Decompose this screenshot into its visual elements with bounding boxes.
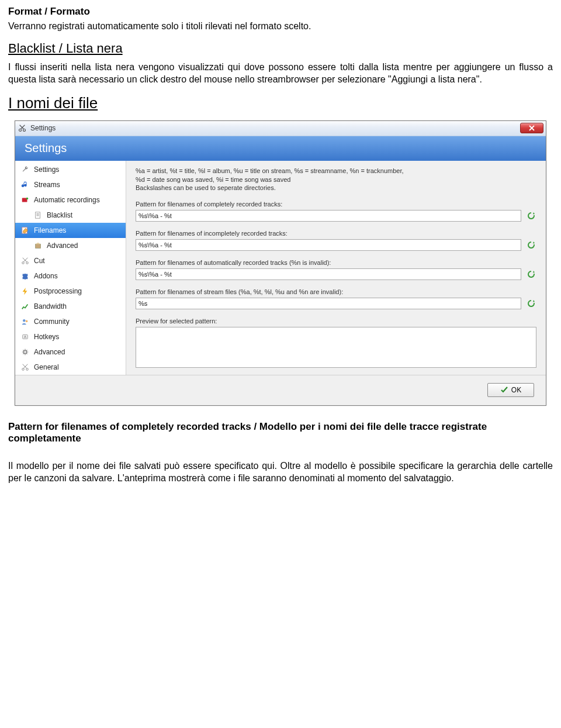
sidebar-item-label: Streams xyxy=(34,181,60,189)
svg-point-0 xyxy=(19,129,21,132)
heading-pattern-complete: Pattern for filenames of completely reco… xyxy=(8,421,553,444)
input-pattern-stream[interactable] xyxy=(136,298,521,309)
label-pattern-stream: Pattern for filenames of stream files (%… xyxy=(136,288,536,295)
sidebar-item-general[interactable]: General xyxy=(15,360,126,375)
chart-icon xyxy=(20,302,30,311)
sidebar-item-community[interactable]: Community xyxy=(15,314,126,329)
sidebar-item-label: Addons xyxy=(34,272,58,280)
sidebar-item-postprocessing[interactable]: Postprocessing xyxy=(15,284,126,299)
sidebar-item-label: Bandwidth xyxy=(34,302,67,310)
heading-filenames: I nomi dei file xyxy=(8,94,553,112)
box-icon xyxy=(33,241,43,250)
label-pattern-complete: Pattern for filenames of completely reco… xyxy=(136,201,536,208)
sidebar-item-advanced[interactable]: Advanced xyxy=(15,238,126,253)
label-pattern-auto: Pattern for filenames of automatically r… xyxy=(136,259,536,266)
sidebar-item-advanced[interactable]: Advanced xyxy=(15,344,126,360)
heading-format: Format / Formato xyxy=(8,6,553,18)
sidebar-item-label: Hotkeys xyxy=(34,333,59,341)
sidebar-item-automatic-recordings[interactable]: Automatic recordings xyxy=(15,192,126,208)
main-panel: %a = artist, %t = title, %l = album, %u … xyxy=(126,161,546,375)
sidebar-item-addons[interactable]: Addons xyxy=(15,268,126,284)
refresh-icon[interactable] xyxy=(526,240,536,250)
input-pattern-incomplete[interactable] xyxy=(136,239,521,251)
svg-point-8 xyxy=(26,262,29,264)
sidebar-item-label: Filenames xyxy=(34,226,66,234)
scissors-icon xyxy=(18,123,27,133)
sidebar-item-hotkeys[interactable]: AHotkeys xyxy=(15,329,126,344)
svg-point-9 xyxy=(23,319,25,322)
sidebar-item-label: Cut xyxy=(34,257,45,265)
puzzle-icon xyxy=(20,271,30,281)
svg-point-7 xyxy=(22,262,25,264)
window-title: Settings xyxy=(30,124,520,132)
ok-label: OK xyxy=(511,386,521,394)
paragraph-blacklist: I flussi inseriti nella lista nera vengo… xyxy=(8,61,553,86)
sidebar-item-bandwidth[interactable]: Bandwidth xyxy=(15,299,126,314)
scissors-icon xyxy=(20,256,30,265)
titlebar: Settings xyxy=(15,121,546,136)
sidebar-item-label: Advanced xyxy=(34,348,65,356)
svg-point-13 xyxy=(23,350,26,353)
bolt-icon xyxy=(20,287,30,296)
settings-dialog: Settings Settings SettingsStreamsAutomat… xyxy=(15,120,546,406)
refresh-icon[interactable] xyxy=(526,298,536,309)
refresh-icon[interactable] xyxy=(526,211,536,221)
hint-line-3: Backslashes can be used to seperate dire… xyxy=(136,184,536,192)
preview-box xyxy=(136,327,536,368)
close-button[interactable] xyxy=(520,123,543,133)
sidebar-item-blacklist[interactable]: Blacklist xyxy=(15,208,126,223)
hint-line-2: %d = date song was saved, %i = time song… xyxy=(136,175,536,184)
check-icon xyxy=(500,386,508,394)
sidebar-item-label: Advanced xyxy=(47,241,78,250)
sidebar-item-label: Automatic recordings xyxy=(34,196,100,204)
rec-icon xyxy=(20,195,30,205)
wrench-icon xyxy=(20,165,30,174)
key-icon: A xyxy=(20,332,30,341)
svg-point-15 xyxy=(26,368,29,371)
input-pattern-auto[interactable] xyxy=(136,268,521,280)
label-pattern-incomplete: Pattern for filenames of incompletely re… xyxy=(136,230,536,237)
sidebar-item-filenames[interactable]: Filenames xyxy=(15,223,126,238)
note-icon xyxy=(20,180,30,189)
refresh-icon[interactable] xyxy=(526,269,536,280)
svg-point-1 xyxy=(23,129,25,132)
sidebar: SettingsStreamsAutomatic recordingsBlack… xyxy=(15,161,126,375)
paragraph-pattern-complete: Il modello per il nome dei file salvati … xyxy=(8,460,553,485)
ok-button[interactable]: OK xyxy=(487,383,534,397)
sidebar-item-label: General xyxy=(34,363,59,371)
svg-point-14 xyxy=(22,368,25,371)
dialog-footer: OK xyxy=(15,375,546,405)
sidebar-item-label: Blacklist xyxy=(47,211,72,219)
gear-icon xyxy=(20,347,30,357)
sidebar-item-settings[interactable]: Settings xyxy=(15,162,126,177)
input-pattern-complete[interactable] xyxy=(136,210,521,222)
svg-rect-6 xyxy=(36,244,41,248)
paragraph-format: Verranno registrati automaticamente solo… xyxy=(8,20,553,33)
users-icon xyxy=(20,317,30,326)
sidebar-item-cut[interactable]: Cut xyxy=(15,253,126,268)
svg-rect-4 xyxy=(36,212,40,219)
heading-blacklist: Blacklist / Lista nera xyxy=(8,41,553,56)
hint-line-1: %a = artist, %t = title, %l = album, %u … xyxy=(136,167,536,175)
sidebar-item-label: Community xyxy=(34,318,70,326)
svg-point-10 xyxy=(26,320,28,322)
scissors2-icon xyxy=(20,363,30,372)
sidebar-item-streams[interactable]: Streams xyxy=(15,177,126,192)
sidebar-item-label: Postprocessing xyxy=(34,287,82,295)
sidebar-item-label: Settings xyxy=(34,165,59,174)
svg-point-3 xyxy=(26,197,29,199)
page-icon xyxy=(33,211,43,220)
label-preview: Preview for selected pattern: xyxy=(136,318,536,325)
pencil-icon xyxy=(20,226,30,235)
dialog-banner: Settings xyxy=(15,136,546,161)
